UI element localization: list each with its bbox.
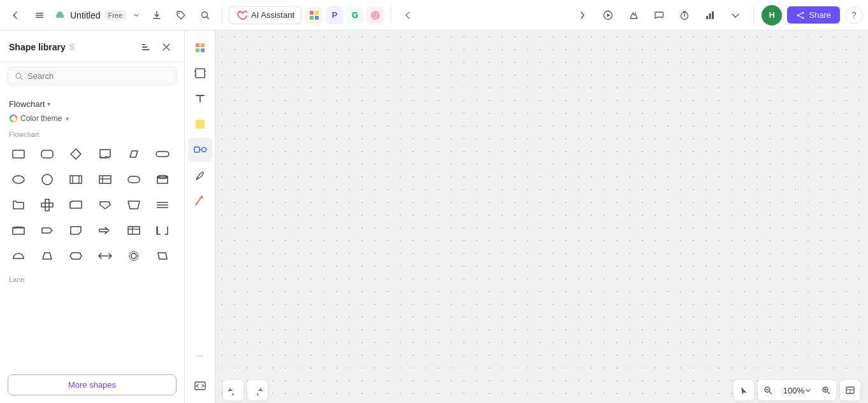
svg-rect-40 [41, 203, 53, 207]
more-tools-button[interactable] [725, 5, 746, 25]
plugin-icon-face[interactable] [366, 6, 384, 24]
zoom-in-button[interactable] [816, 380, 836, 400]
share-button[interactable]: Share [787, 6, 840, 24]
topbar-left: Untitled Free [5, 5, 570, 25]
celebrate-button[interactable] [623, 5, 644, 25]
shape-decision[interactable] [35, 193, 59, 217]
plugin-icons: P G [305, 6, 384, 24]
title-area: Untitled Free [54, 9, 143, 22]
panel-shortcut: S [69, 43, 75, 52]
shape-multi-document[interactable] [122, 244, 146, 268]
svg-point-29 [13, 176, 24, 183]
strip-pen-button[interactable] [188, 163, 212, 187]
zoom-out-button[interactable] [758, 380, 778, 400]
ai-assistant-button[interactable]: AI Assistant [229, 6, 301, 24]
shape-manual-operation[interactable] [122, 193, 146, 217]
shape-pentagon[interactable] [93, 193, 117, 217]
divider2 [391, 8, 391, 23]
shape-diamond[interactable] [64, 142, 88, 166]
cursor-button[interactable] [734, 380, 754, 400]
flowchart-label: Flowchart [9, 99, 45, 109]
shape-circle[interactable] [35, 167, 59, 192]
menu-button[interactable] [29, 5, 50, 25]
strip-shape-button[interactable] [188, 138, 212, 162]
shape-rounded-rect2[interactable] [122, 167, 146, 192]
shape-bracket[interactable] [150, 218, 175, 243]
shape-trapezoid[interactable] [35, 244, 59, 268]
plugin-icon-1[interactable] [305, 6, 323, 24]
zoom-value: 100% [783, 386, 804, 395]
download-button[interactable] [147, 5, 167, 25]
shape-table[interactable] [122, 218, 146, 243]
redo-button[interactable] [247, 380, 268, 400]
plugin-icon-g[interactable]: G [346, 6, 364, 24]
svg-rect-28 [156, 152, 169, 157]
play-button[interactable] [598, 5, 618, 25]
avatar-button[interactable]: H [762, 5, 782, 25]
svg-rect-41 [45, 199, 49, 211]
more-shapes-button[interactable]: More shapes [8, 374, 177, 395]
strip-magic-button[interactable] [188, 188, 212, 213]
svg-rect-61 [194, 147, 199, 152]
expand-button[interactable] [572, 5, 593, 25]
shape-rectangle[interactable] [6, 142, 31, 166]
ai-assistant-label: AI Assistant [251, 10, 294, 20]
comment-button[interactable] [649, 5, 669, 25]
shape-rounded-rectangle[interactable] [35, 142, 59, 166]
fit-page-button[interactable] [840, 380, 860, 400]
undo-button[interactable] [223, 380, 243, 400]
search-button[interactable] [195, 5, 215, 25]
sort-button[interactable] [137, 38, 155, 56]
chart-button[interactable] [700, 5, 720, 25]
svg-rect-31 [70, 176, 82, 183]
shape-cylinder[interactable] [150, 167, 175, 192]
color-theme-arrow: ▾ [66, 115, 69, 122]
shape-card[interactable] [64, 218, 88, 243]
color-theme-row[interactable]: Color theme ▾ [0, 111, 184, 128]
svg-rect-21 [142, 44, 145, 45]
canvas-area[interactable]: 100% [215, 31, 868, 403]
shape-bent-rect[interactable] [6, 218, 31, 243]
shape-display[interactable] [35, 218, 59, 243]
flowchart-section-header[interactable]: Flowchart ▾ [0, 95, 184, 111]
search-input[interactable] [27, 71, 170, 81]
shape-notched-rect[interactable] [6, 193, 31, 217]
dropdown-button[interactable] [130, 9, 143, 22]
timer-button[interactable] [674, 5, 695, 25]
shape-arc[interactable] [6, 244, 31, 268]
svg-rect-60 [196, 120, 205, 129]
strip-note-button[interactable] [188, 112, 212, 136]
plugin-icon-p[interactable]: P [326, 6, 344, 24]
strip-more-button[interactable]: ··· [188, 343, 212, 367]
shape-divider[interactable] [150, 193, 175, 217]
shape-library-panel: Shape library S [0, 31, 185, 403]
search-icon [15, 72, 24, 81]
zoom-group: 100% [758, 380, 836, 400]
collapse-panel-button[interactable] [398, 5, 418, 25]
svg-rect-15 [706, 16, 708, 19]
help-button[interactable]: ? [845, 6, 863, 24]
strip-home-button[interactable] [188, 36, 212, 60]
shape-manual-input[interactable] [64, 193, 88, 217]
search-box[interactable] [8, 67, 177, 85]
tag-button[interactable] [171, 5, 191, 25]
shape-hexagon[interactable] [64, 244, 88, 268]
shape-arrow[interactable] [93, 218, 117, 243]
shape-arrow-double[interactable] [93, 244, 117, 268]
svg-point-19 [802, 11, 804, 13]
shape-oval[interactable] [6, 167, 31, 192]
zoom-value-button[interactable]: 100% [778, 380, 816, 400]
shape-document[interactable] [93, 142, 117, 166]
shape-stadium[interactable] [150, 142, 175, 166]
shape-skewed[interactable] [150, 244, 175, 268]
flowchart-arrow: ▾ [47, 101, 50, 108]
back-button[interactable] [5, 5, 25, 25]
strip-text-button[interactable] [188, 87, 212, 111]
panel-scroll: Flowchart ▾ Color theme ▾ Flowchart [0, 90, 184, 369]
shape-internal-storage[interactable] [93, 167, 117, 192]
strip-embed-button[interactable] [188, 374, 212, 398]
shape-parallelogram[interactable] [122, 142, 146, 166]
strip-frame-button[interactable] [188, 61, 212, 85]
close-panel-button[interactable] [157, 38, 175, 56]
shape-process[interactable] [64, 167, 88, 192]
